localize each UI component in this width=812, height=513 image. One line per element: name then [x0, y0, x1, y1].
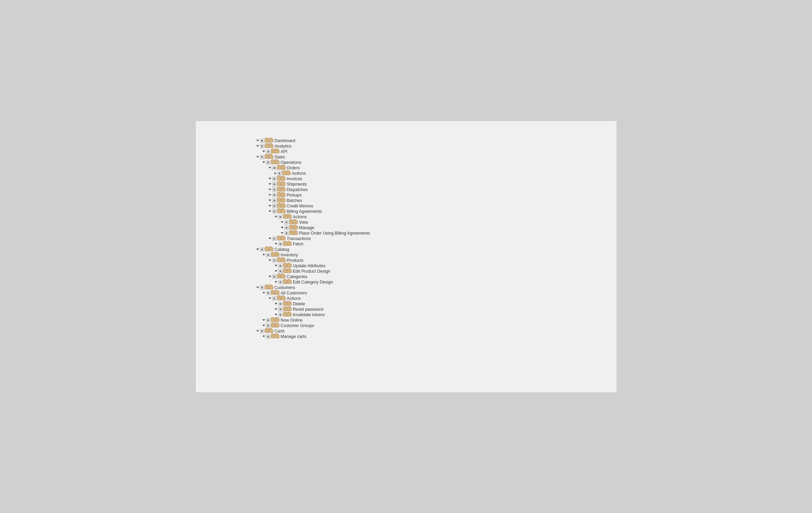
tree-row-products[interactable]: Products: [269, 258, 603, 263]
tree-node-orders-actions: Actions: [275, 171, 603, 176]
tree-row-credit-memos[interactable]: Credit Memos: [269, 203, 603, 209]
node-label-batches: Batches: [287, 198, 302, 203]
tree-node-orders: OrdersActions: [269, 165, 603, 176]
tree-row-orders-actions[interactable]: Actions: [275, 171, 603, 176]
tree-row-orders[interactable]: Orders: [269, 165, 603, 171]
tree-row-edit-product-design[interactable]: Edit Product Design: [275, 269, 603, 274]
folder-icon: [278, 302, 292, 306]
checkbox-icon: [260, 144, 264, 148]
node-label-edit-product-design: Edit Product Design: [293, 269, 330, 274]
arrow-down-icon: [275, 314, 277, 315]
checkbox-icon: [266, 291, 270, 295]
tree-row-customer-groups[interactable]: Customer Groups: [262, 323, 603, 328]
tree-row-billing-agreements[interactable]: Billing Agreements: [269, 209, 603, 214]
tree-row-fetch[interactable]: Fetch: [275, 241, 603, 247]
tree-row-dashboard[interactable]: Dashboard: [256, 138, 603, 143]
tree-row-billing-place-order[interactable]: Place Order Using Billing Agreements: [281, 230, 603, 236]
checkbox-icon: [277, 171, 281, 175]
tree-row-inventory[interactable]: Inventory: [262, 252, 603, 258]
tree-node-billing-actions: ActionsViewManagePlace Order Using Billi…: [275, 214, 603, 236]
checkbox-icon: [284, 220, 289, 224]
node-label-shipments: Shipments: [287, 182, 307, 187]
node-label-carts: Carts: [275, 329, 285, 334]
checkbox-icon: [278, 215, 282, 219]
folder-icon: [260, 155, 273, 159]
tree-node-customers: CustomersAll CustomersActionsDeleteReset…: [256, 285, 603, 328]
tree-row-categories[interactable]: Categories: [269, 274, 603, 279]
tree-row-operations[interactable]: Operations: [262, 160, 603, 165]
tree-row-edit-category-design[interactable]: Edit Category Design: [275, 279, 603, 285]
tree-row-invalidate-tokens[interactable]: Invalidate tokens: [275, 312, 603, 318]
arrow-down-icon: [269, 210, 271, 212]
tree-row-transactions[interactable]: Transactions: [269, 236, 603, 241]
node-label-customers-actions: Actions: [287, 296, 301, 301]
checkbox-icon: [278, 264, 282, 268]
children-of-categories: Edit Category Design: [269, 279, 603, 285]
arrow-down-icon: [256, 145, 259, 147]
node-label-catalog: Catalog: [275, 247, 289, 252]
arrow-down-icon: [262, 319, 265, 321]
arrow-down-icon: [269, 178, 271, 179]
tree-node-api: API: [262, 149, 603, 154]
tree-row-billing-manage[interactable]: Manage: [281, 225, 603, 230]
tree-row-shipments[interactable]: Shipments: [269, 182, 603, 187]
checkbox-icon: [266, 253, 270, 257]
folder-icon: [260, 286, 273, 290]
arrow-down-icon: [256, 140, 259, 141]
tree-node-billing-view: View: [281, 220, 603, 225]
tree-row-pickups[interactable]: Pickups: [269, 192, 603, 198]
children-of-sales: OperationsOrdersActionsInvoicesShipments…: [256, 160, 603, 247]
checkbox-icon: [272, 166, 276, 170]
folder-icon: [272, 209, 286, 213]
children-of-all-customers: ActionsDeleteReset passwordInvalidate to…: [262, 296, 603, 318]
node-label-invalidate-tokens: Invalidate tokens: [293, 312, 325, 317]
checkbox-icon: [284, 231, 289, 235]
checkbox-icon: [266, 324, 270, 328]
tree-row-all-customers[interactable]: All Customers: [262, 290, 603, 296]
tree-node-carts: CartsManage carts: [256, 328, 603, 339]
folder-icon: [278, 269, 292, 273]
tree-node-catalog: CatalogInventoryProductsUpdate Attribute…: [256, 247, 603, 285]
arrow-down-icon: [269, 297, 271, 299]
tree-row-manage-carts[interactable]: Manage carts: [262, 334, 603, 339]
tree-row-reset-password[interactable]: Reset password: [275, 307, 603, 312]
checkbox-icon: [266, 160, 270, 165]
node-label-categories: Categories: [287, 274, 307, 279]
arrow-down-icon: [275, 265, 277, 267]
node-label-now-online: Now Online: [281, 318, 303, 323]
tree-row-catalog[interactable]: Catalog: [256, 247, 603, 252]
tree-row-analytics[interactable]: Analytics: [256, 143, 603, 149]
tree-row-sales[interactable]: Sales: [256, 154, 603, 160]
children-of-transactions: Fetch: [269, 241, 603, 247]
arrow-down-icon: [262, 161, 265, 163]
tree-row-billing-actions[interactable]: Actions: [275, 214, 603, 220]
folder-icon: [284, 231, 298, 235]
node-label-pickups: Pickups: [287, 193, 302, 198]
arrow-down-icon: [269, 205, 271, 207]
tree-row-carts[interactable]: Carts: [256, 328, 603, 334]
arrow-down-icon: [262, 325, 265, 326]
children-of-customers: All CustomersActionsDeleteReset password…: [256, 290, 603, 328]
tree-row-batches[interactable]: Batches: [269, 198, 603, 203]
tree-row-customers[interactable]: Customers: [256, 285, 603, 290]
checkbox-icon: [272, 204, 276, 208]
node-label-api: API: [281, 149, 288, 154]
node-label-billing-manage: Manage: [299, 225, 314, 230]
tree-row-customers-actions[interactable]: Actions: [269, 296, 603, 301]
tree-row-delete[interactable]: Delete: [275, 301, 603, 307]
tree-node-transactions: TransactionsFetch: [269, 236, 603, 247]
tree-row-api[interactable]: API: [262, 149, 603, 154]
children-of-operations: OrdersActionsInvoicesShipmentsDispatches…: [262, 165, 603, 247]
node-label-inventory: Inventory: [281, 253, 298, 257]
arrow-down-icon: [269, 259, 271, 261]
tree-row-invoices[interactable]: Invoices: [269, 176, 603, 182]
tree-row-update-attributes[interactable]: Update Attributes: [275, 263, 603, 269]
tree-node-edit-category-design: Edit Category Design: [275, 279, 603, 285]
node-label-delete: Delete: [293, 302, 305, 306]
checkbox-icon: [278, 269, 282, 273]
node-label-orders-actions: Actions: [292, 171, 306, 176]
tree-node-all-customers: All CustomersActionsDeleteReset password…: [262, 290, 603, 318]
tree-row-billing-view[interactable]: View: [281, 220, 603, 225]
tree-row-now-online[interactable]: Now Online: [262, 318, 603, 323]
tree-row-dispatches[interactable]: Dispatches: [269, 187, 603, 192]
